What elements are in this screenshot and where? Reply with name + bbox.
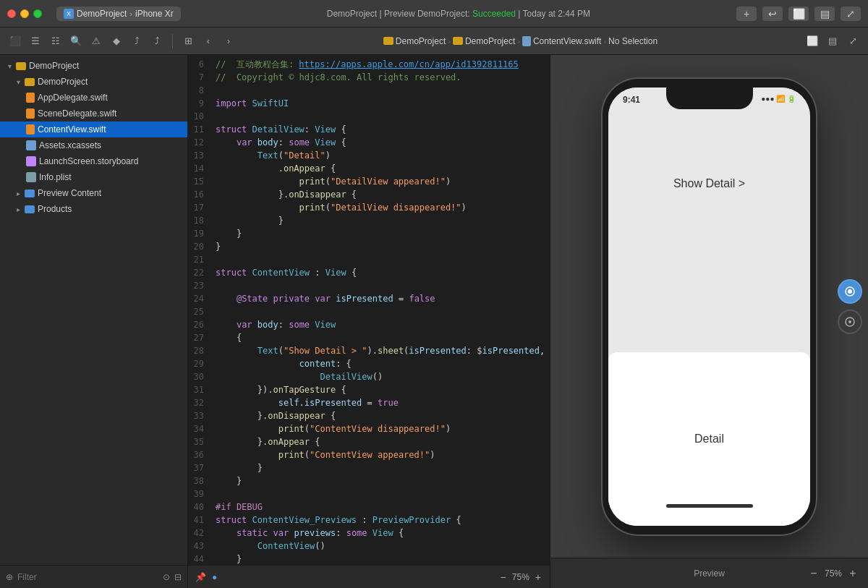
line-number: 12 xyxy=(188,136,211,149)
code-line: 41struct ContentView_Previews : PreviewP… xyxy=(188,514,550,527)
sidebar-item-products[interactable]: ▸ Products xyxy=(0,201,187,217)
step-icon[interactable]: ⤴ xyxy=(129,33,145,49)
line-code: }.onAppear { xyxy=(211,435,550,448)
line-number: 11 xyxy=(188,123,211,136)
line-code xyxy=(211,253,550,266)
line-code xyxy=(211,279,550,292)
add-button[interactable]: + xyxy=(736,7,757,21)
breadcrumb-label-1: DemoProject xyxy=(396,36,446,46)
line-number: 35 xyxy=(188,435,211,448)
layout-toggle[interactable]: ⬜ xyxy=(788,7,809,21)
line-number: 31 xyxy=(188,383,211,396)
line-number: 22 xyxy=(188,266,211,279)
line-number: 9 xyxy=(188,97,211,110)
titlebar-actions: + ↩ ⬜ ▤ ⤢ xyxy=(736,7,861,21)
line-number: 25 xyxy=(188,305,211,318)
home-indicator xyxy=(666,504,753,508)
code-content[interactable]: 6// 互动教程合集: https://apps.apple.com/cn/ap… xyxy=(188,55,550,565)
line-code: } xyxy=(211,227,550,240)
sidebar-item-demoproject[interactable]: ▾ DemoProject xyxy=(0,74,187,90)
line-code: var body: some View { xyxy=(211,136,550,149)
line-code: // 互动教程合集: https://apps.apple.com/cn/app… xyxy=(211,58,550,71)
share-icon[interactable]: ⤴ xyxy=(149,33,165,49)
sidebar-item-launchscreen[interactable]: LaunchScreen.storyboard xyxy=(0,153,187,169)
breadcrumb-arrow-2: › xyxy=(517,37,520,46)
preview-zoom-plus[interactable]: + xyxy=(845,566,861,581)
code-line: 8 xyxy=(188,84,550,97)
sidebar-item-appdelegate[interactable]: AppDelegate.swift xyxy=(0,90,187,106)
line-code: ContentView() xyxy=(211,540,550,553)
split-view[interactable]: ▤ xyxy=(814,7,835,21)
maximize-button[interactable] xyxy=(33,9,42,18)
line-number: 16 xyxy=(188,188,211,201)
line-code: print("ContentView disappeared!") xyxy=(211,422,550,435)
line-number: 23 xyxy=(188,279,211,292)
sidebar-label: Products xyxy=(38,204,72,214)
layout-icon-1[interactable]: ⬜ xyxy=(804,33,820,49)
line-number: 21 xyxy=(188,253,211,266)
code-line: 16 }.onDisappear { xyxy=(188,188,550,201)
breadcrumb-item-1[interactable]: DemoProject xyxy=(383,36,446,46)
line-number: 38 xyxy=(188,474,211,487)
nav-back[interactable]: ⬛ xyxy=(7,33,23,49)
minimize-button[interactable] xyxy=(20,9,29,18)
prev-icon[interactable]: ‹ xyxy=(200,33,216,49)
swift-file-icon xyxy=(26,108,35,119)
line-number: 28 xyxy=(188,344,211,357)
line-code: } xyxy=(211,461,550,474)
sidebar-item-preview-content[interactable]: ▸ Preview Content xyxy=(0,185,187,201)
add-filter-icon[interactable]: ⊙ xyxy=(163,572,170,582)
pin-icon[interactable]: 📌 xyxy=(195,572,206,582)
project-tab-label: DemoProject xyxy=(77,9,127,19)
return-button[interactable]: ↩ xyxy=(762,7,783,21)
line-code: // Copyright © hdjc8.com. All rights res… xyxy=(211,71,550,84)
sort-icon[interactable]: ⊟ xyxy=(174,572,182,582)
live-preview-button[interactable] xyxy=(838,279,862,304)
zoom-level: 75% xyxy=(512,572,529,582)
close-button[interactable] xyxy=(7,9,16,18)
sidebar-item-scenedelegate[interactable]: SceneDelegate.swift xyxy=(0,106,187,122)
sidebar-item-contentview[interactable]: ContentView.swift xyxy=(0,122,187,137)
line-code: struct DetailView: View { xyxy=(211,123,550,136)
breadcrumb-item-3[interactable]: ContentView.swift xyxy=(522,36,602,46)
line-code: struct ContentView : View { xyxy=(211,266,550,279)
layout-icon-2[interactable]: ▤ xyxy=(825,33,841,49)
search-icon[interactable]: 🔍 xyxy=(68,33,84,49)
breadcrumb-item-4[interactable]: No Selection xyxy=(608,36,658,46)
preview-zoom-minus[interactable]: − xyxy=(806,566,822,581)
line-number: 27 xyxy=(188,331,211,344)
next-icon[interactable]: › xyxy=(221,33,237,49)
sidebar-item-infoplist[interactable]: Info.plist xyxy=(0,169,187,185)
line-code: @State private var isPresented = false xyxy=(211,292,550,305)
filter-input[interactable] xyxy=(17,572,158,582)
breadcrumb-item-2[interactable]: DemoProject xyxy=(453,36,515,46)
layout-icon-3[interactable]: ⤢ xyxy=(845,33,861,49)
grid-icon[interactable]: ⊞ xyxy=(180,33,196,49)
breakpoint-icon[interactable]: ◆ xyxy=(109,33,124,49)
sidebar-label: AppDelegate.swift xyxy=(38,93,108,103)
filter-icon: ⊕ xyxy=(6,572,13,582)
zoom-minus-button[interactable]: − xyxy=(499,571,508,583)
swift-file-icon xyxy=(26,93,35,103)
preview-side-buttons xyxy=(838,279,862,334)
folder-icon-1 xyxy=(383,37,393,45)
inspector-icon[interactable]: ☷ xyxy=(48,33,64,49)
sidebar-item-root[interactable]: ▾ DemoProject xyxy=(0,58,187,74)
project-tab[interactable]: X DemoProject › iPhone Xr xyxy=(56,7,181,21)
line-code: content: { xyxy=(211,357,550,370)
device-tab-label: iPhone Xr xyxy=(135,9,174,19)
status-time-value: Today at 2:44 PM xyxy=(523,9,590,19)
code-line: 18 } xyxy=(188,214,550,227)
warning-icon[interactable]: ⚠ xyxy=(88,33,104,49)
line-number: 8 xyxy=(188,84,211,97)
sidebar-item-assets[interactable]: Assets.xcassets xyxy=(0,137,187,153)
folder-icon-2 xyxy=(453,37,463,45)
inspect-button[interactable] xyxy=(838,310,862,334)
fullscreen[interactable]: ⤢ xyxy=(841,7,861,21)
code-line: 28 Text("Show Detail > ").sheet(isPresen… xyxy=(188,344,550,357)
line-number: 13 xyxy=(188,149,211,162)
zoom-plus-button[interactable]: + xyxy=(534,571,542,583)
code-line: 6// 互动教程合集: https://apps.apple.com/cn/ap… xyxy=(188,58,550,71)
hierarchy-icon[interactable]: ☰ xyxy=(27,33,43,49)
code-line: 34 print("ContentView disappeared!") xyxy=(188,422,550,435)
